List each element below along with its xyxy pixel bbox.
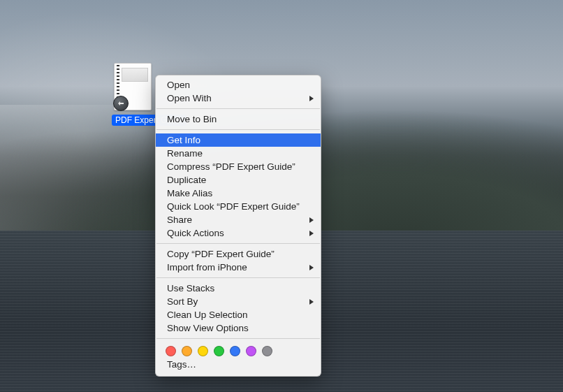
menu-item-use-stacks[interactable]: Use Stacks [156,282,321,295]
desktop[interactable]: PDF Expert Guide OpenOpen WithMove to Bi… [0,0,563,392]
menu-separator [156,338,320,339]
tag-dot[interactable] [198,346,208,356]
menu-item-label: Copy “PDF Expert Guide” [167,249,275,259]
menu-item-clean-up-selection[interactable]: Clean Up Selection [156,308,321,321]
menu-item-label: Make Alias [167,188,212,198]
menu-item-share[interactable]: Share [156,213,321,226]
menu-item-duplicate[interactable]: Duplicate [156,173,321,187]
submenu-arrow-icon [309,265,314,270]
menu-item-label: Tags… [167,359,196,370]
desktop-file[interactable]: PDF Expert Guide [112,63,154,126]
menu-separator [156,129,320,130]
menu-separator [156,243,320,244]
menu-item-quick-look-pdf-expert-guide[interactable]: Quick Look “PDF Expert Guide” [156,200,321,213]
menu-item-get-info[interactable]: Get Info [156,133,321,147]
menu-item-label: Move to Bin [167,114,217,124]
submenu-arrow-icon [309,299,314,305]
alias-arrow-icon [113,96,129,111]
menu-item-label: Sort By [167,296,198,307]
menu-item-label: Quick Actions [167,228,224,238]
menu-item-label: Open With [167,93,212,103]
menu-separator [156,108,320,109]
menu-separator [156,277,320,278]
menu-item-label: Import from iPhone [167,262,247,273]
submenu-arrow-icon [309,231,314,236]
menu-item-sort-by[interactable]: Sort By [156,295,321,308]
menu-item-make-alias[interactable]: Make Alias [156,187,321,200]
menu-item-tags[interactable]: Tags… [156,358,321,372]
tag-dot[interactable] [166,346,176,356]
menu-item-rename[interactable]: Rename [156,147,321,160]
submenu-arrow-icon [309,217,314,223]
menu-item-label: Duplicate [167,175,206,185]
tag-dot[interactable] [214,346,224,356]
menu-item-open[interactable]: Open [156,78,321,92]
menu-item-label: Use Stacks [167,283,214,293]
tags-row [156,342,321,358]
menu-item-label: Get Info [167,135,200,145]
file-icon [114,63,152,110]
menu-item-compress-pdf-expert-guide[interactable]: Compress “PDF Expert Guide” [156,160,321,173]
menu-item-label: Open [167,80,190,90]
menu-item-open-with[interactable]: Open With [156,92,321,105]
menu-item-label: Clean Up Selection [167,310,248,320]
menu-item-quick-actions[interactable]: Quick Actions [156,226,321,240]
menu-item-import-from-iphone[interactable]: Import from iPhone [156,261,321,274]
tag-dot[interactable] [230,346,240,356]
submenu-arrow-icon [309,96,314,101]
menu-item-show-view-options[interactable]: Show View Options [156,321,321,335]
menu-item-label: Compress “PDF Expert Guide” [167,161,295,172]
menu-item-copy-pdf-expert-guide[interactable]: Copy “PDF Expert Guide” [156,247,321,261]
menu-item-label: Share [167,215,192,225]
tag-dot[interactable] [262,346,272,356]
menu-item-label: Rename [167,148,203,159]
context-menu: OpenOpen WithMove to BinGet InfoRenameCo… [155,75,321,377]
tag-dot[interactable] [246,346,256,356]
menu-item-label: Show View Options [167,323,249,333]
menu-item-move-to-bin[interactable]: Move to Bin [156,112,321,126]
menu-item-label: Quick Look “PDF Expert Guide” [167,201,300,212]
tag-dot[interactable] [182,346,192,356]
